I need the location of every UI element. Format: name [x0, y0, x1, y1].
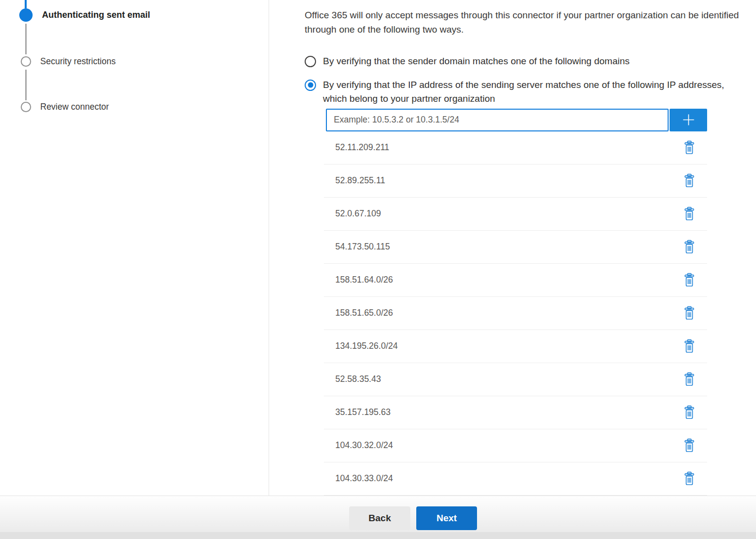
ip-address-value: 52.0.67.109 — [324, 208, 381, 219]
main-content: Office 365 will only accept messages thr… — [305, 0, 756, 496]
next-button[interactable]: Next — [416, 506, 477, 530]
radio-icon — [305, 80, 316, 91]
delete-ip-button[interactable] — [680, 138, 699, 158]
radio-option-label: By verifying that the sender domain matc… — [323, 54, 630, 69]
step-indicator-icon — [19, 8, 33, 22]
step-label: Review connector — [40, 102, 109, 112]
ip-list-row: 52.0.67.109 — [324, 198, 707, 231]
ip-input-row — [326, 109, 756, 131]
trash-icon — [683, 207, 696, 221]
delete-ip-button[interactable] — [680, 370, 699, 389]
trash-icon — [683, 173, 696, 188]
trash-icon — [683, 438, 696, 453]
ip-list-row: 104.30.32.0/24 — [324, 429, 707, 462]
delete-ip-button[interactable] — [680, 469, 699, 489]
stepper-step[interactable]: Security restrictions — [19, 55, 116, 68]
trash-icon — [683, 471, 696, 486]
ip-address-value: 134.195.26.0/24 — [324, 341, 398, 351]
intro-text: Office 365 will only accept messages thr… — [305, 8, 756, 37]
back-button[interactable]: Back — [349, 506, 410, 530]
radio-option[interactable]: By verifying that the sender domain matc… — [305, 54, 756, 69]
plus-icon — [681, 112, 696, 127]
trash-icon — [683, 140, 696, 155]
ip-address-list: 52.11.209.211 52.89.255.11 — [324, 131, 707, 496]
ip-address-value: 158.51.65.0/26 — [324, 308, 393, 318]
ip-address-value: 158.51.64.0/26 — [324, 275, 393, 285]
ip-list-row: 35.157.195.63 — [324, 396, 707, 429]
delete-ip-button[interactable] — [680, 171, 699, 191]
delete-ip-button[interactable] — [680, 237, 699, 257]
ip-address-input[interactable] — [326, 109, 669, 131]
ip-address-value: 52.89.255.11 — [324, 175, 385, 186]
ip-address-value: 52.11.209.211 — [324, 142, 389, 153]
ip-list-row: 52.58.35.43 — [324, 363, 707, 396]
delete-ip-button[interactable] — [680, 270, 699, 290]
trash-icon — [683, 306, 696, 320]
step-label: Authenticating sent email — [42, 10, 150, 20]
radio-icon — [305, 56, 316, 67]
step-indicator-icon — [21, 56, 31, 67]
ip-address-value: 54.173.50.115 — [324, 242, 390, 252]
trash-icon — [683, 339, 696, 353]
ip-list-row: 104.30.33.0/24 — [324, 462, 707, 496]
ip-list-row: 158.51.65.0/26 — [324, 297, 707, 330]
stepper-step[interactable]: Review connector — [19, 100, 109, 114]
ip-address-value: 52.58.35.43 — [324, 374, 381, 384]
trash-icon — [683, 240, 696, 254]
delete-ip-button[interactable] — [680, 303, 699, 323]
step-label: Security restrictions — [40, 56, 116, 67]
ip-list-row: 52.89.255.11 — [324, 165, 707, 198]
radio-option-label: By verifying that the IP address of the … — [323, 78, 734, 106]
radio-option[interactable]: By verifying that the IP address of the … — [305, 78, 756, 106]
delete-ip-button[interactable] — [680, 336, 699, 356]
connector-wizard-page: Authenticating sent email Security restr… — [0, 0, 756, 539]
step-indicator-icon — [21, 102, 31, 112]
ip-address-value: 104.30.32.0/24 — [324, 440, 393, 451]
ip-list-row: 158.51.64.0/26 — [324, 264, 707, 297]
trash-icon — [683, 405, 696, 419]
stepper-step[interactable]: Authenticating sent email — [19, 8, 150, 22]
ip-list-row: 54.173.50.115 — [324, 231, 707, 264]
stepper-steps: Authenticating sent email Security restr… — [0, 0, 269, 496]
add-ip-button[interactable] — [670, 109, 707, 131]
trash-icon — [683, 372, 696, 386]
identity-options: By verifying that the sender domain matc… — [305, 54, 756, 106]
delete-ip-button[interactable] — [680, 204, 699, 224]
wizard-stepper: Authenticating sent email Security restr… — [0, 0, 269, 496]
delete-ip-button[interactable] — [680, 403, 699, 422]
wizard-stepper-sidebar: Authenticating sent email Security restr… — [0, 0, 269, 496]
ip-list-row: 134.195.26.0/24 — [324, 330, 707, 363]
delete-ip-button[interactable] — [680, 436, 699, 456]
wizard-footer: Back Next — [0, 496, 756, 532]
bottom-strip — [0, 532, 756, 539]
ip-list-row: 52.11.209.211 — [324, 131, 707, 165]
trash-icon — [683, 273, 696, 287]
ip-address-value: 35.157.195.63 — [324, 407, 391, 417]
ip-address-value: 104.30.33.0/24 — [324, 473, 393, 484]
